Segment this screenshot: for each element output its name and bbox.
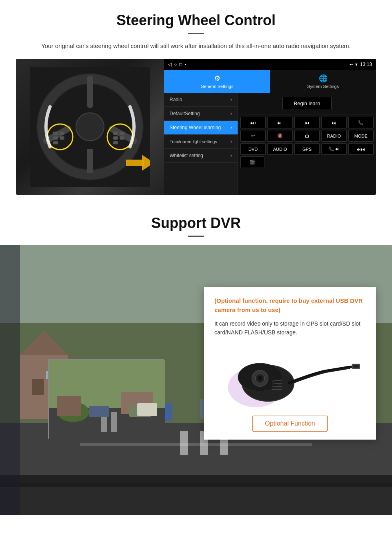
control-grid: ⏮+ ⏮− ⏮ ⏭ 📞 ↩ 🔇 ⏻ RADIO MODE: [238, 114, 376, 170]
menu-item-tricolour[interactable]: Tricoloured light settings ›: [164, 135, 238, 149]
nav-home-icon[interactable]: ○: [174, 62, 177, 67]
svg-point-56: [258, 376, 262, 381]
tab-system-label: System Settings: [307, 84, 339, 89]
steering-wheel-section: Steering Wheel Control Your original car…: [0, 0, 392, 199]
dvr-title: Support DVR: [16, 215, 376, 232]
nav-recent-icon[interactable]: □: [179, 62, 182, 67]
settings-right-panel: Begin learn ⏮+ ⏮− ⏮ ⏭ 📞: [238, 93, 376, 195]
dvr-header: Support DVR: [0, 199, 392, 245]
dvr-info-card: (Optional function, require to buy exter…: [204, 287, 376, 440]
chevron-right-icon: ›: [230, 111, 232, 116]
svg-rect-25: [80, 443, 312, 446]
gear-icon: ⚙: [214, 74, 220, 83]
svg-rect-11: [60, 132, 64, 135]
globe-icon: 🌐: [319, 74, 328, 83]
title-divider-1: [188, 33, 204, 34]
ctrl-prev-track[interactable]: ⏮: [294, 117, 320, 128]
svg-rect-15: [113, 132, 118, 135]
svg-rect-13: [60, 136, 64, 140]
svg-rect-44: [111, 412, 117, 432]
ctrl-phone-prev[interactable]: 📞⏮: [321, 143, 346, 155]
android-statusbar: ◁ ○ □ ▪ ▪▪ ▾ 13:13: [164, 59, 376, 70]
svg-rect-14: [53, 141, 58, 144]
svg-rect-38: [0, 483, 392, 515]
begin-learn-button[interactable]: Begin learn: [282, 97, 332, 110]
steering-description: Your original car's steering wheel contr…: [32, 41, 360, 51]
menu-item-steering[interactable]: Steering Wheel learning ›: [164, 121, 238, 135]
svg-rect-18: [120, 136, 124, 140]
status-time: 13:13: [360, 62, 372, 67]
svg-rect-26: [180, 431, 188, 455]
chevron-right-icon: ›: [230, 125, 232, 130]
menu-steering-label: Steering Wheel learning: [170, 125, 221, 130]
begin-learn-row: Begin learn: [238, 93, 376, 114]
tab-general-label: General Settings: [201, 84, 234, 89]
menu-default-label: DefaultSetting: [170, 111, 200, 116]
support-dvr-section: Support DVR: [0, 199, 392, 515]
dvr-card-title: (Optional function, require to buy exter…: [214, 296, 366, 314]
ctrl-audio[interactable]: AUDIO: [267, 143, 292, 155]
ctrl-row-2: ↩ 🔇 ⏻ RADIO MODE: [240, 130, 374, 142]
chevron-right-icon: ›: [230, 153, 232, 158]
nav-menu-icon[interactable]: ▪: [185, 62, 186, 67]
ctrl-row-1: ⏮+ ⏮− ⏮ ⏭ 📞: [240, 117, 374, 128]
nav-back-icon[interactable]: ◁: [168, 62, 172, 67]
ctrl-back[interactable]: ↩: [240, 130, 266, 142]
menu-whitelist-label: Whitelist setting: [170, 153, 203, 158]
android-ui: ◁ ○ □ ▪ ▪▪ ▾ 13:13 ⚙ General Settings 🌐 …: [164, 59, 376, 195]
tab-system-settings[interactable]: 🌐 System Settings: [270, 70, 376, 93]
ctrl-next-end[interactable]: ⏭⏭: [348, 143, 374, 155]
svg-rect-46: [57, 396, 81, 416]
svg-rect-12: [53, 136, 58, 140]
dvr-screenshot-preview: [48, 359, 164, 439]
title-divider-2: [188, 236, 204, 237]
ctrl-next-track[interactable]: ⏭: [321, 117, 346, 128]
menu-item-radio[interactable]: Radio ›: [164, 93, 238, 107]
ctrl-phone[interactable]: 📞: [348, 117, 374, 128]
menu-item-default[interactable]: DefaultSetting ›: [164, 107, 238, 121]
wifi-icon: ▾: [355, 62, 358, 67]
ctrl-dvd[interactable]: DVD: [240, 143, 266, 155]
dvr-camera-image: [214, 345, 366, 409]
ctrl-vol-down[interactable]: ⏮−: [267, 117, 292, 128]
ctrl-gps[interactable]: GPS: [294, 143, 320, 155]
ctrl-radio[interactable]: RADIO: [321, 130, 346, 142]
ctrl-mode[interactable]: MODE: [348, 130, 374, 142]
ctrl-record[interactable]: 🎬: [240, 156, 264, 168]
settings-content: Radio › DefaultSetting › Steering Wheel …: [164, 93, 376, 195]
settings-menu: Radio › DefaultSetting › Steering Wheel …: [164, 93, 238, 195]
ctrl-row-4: 🎬: [240, 156, 374, 168]
svg-point-7: [76, 113, 104, 141]
svg-rect-19: [113, 141, 118, 144]
svg-rect-10: [53, 132, 58, 135]
svg-rect-62: [353, 365, 359, 368]
steering-photo: [16, 59, 164, 195]
svg-line-59: [272, 386, 282, 387]
svg-rect-31: [32, 379, 44, 395]
ctrl-row-3: DVD AUDIO GPS 📞⏮ ⏭⏭: [240, 143, 374, 155]
svg-rect-16: [120, 132, 124, 135]
chevron-right-icon: ›: [230, 97, 232, 102]
settings-tabs: ⚙ General Settings 🌐 System Settings: [164, 70, 376, 93]
ctrl-vol-up[interactable]: ⏮+: [240, 117, 266, 128]
svg-rect-48: [89, 406, 109, 417]
steering-wheel-svg: [30, 67, 150, 187]
svg-rect-17: [113, 136, 118, 140]
svg-rect-40: [0, 243, 20, 515]
ctrl-mute[interactable]: 🔇: [267, 130, 292, 142]
menu-tricolour-label: Tricoloured light settings: [170, 139, 217, 144]
optional-function-button[interactable]: Optional Function: [252, 416, 327, 432]
ctrl-power[interactable]: ⏻: [294, 130, 320, 142]
steering-title: Steering Wheel Control: [16, 12, 376, 29]
menu-item-whitelist[interactable]: Whitelist setting ›: [164, 149, 238, 163]
steering-composite: ◁ ○ □ ▪ ▪▪ ▾ 13:13 ⚙ General Settings 🌐 …: [16, 59, 376, 195]
dvr-card-description: It can record video only to storage in G…: [214, 319, 366, 337]
menu-radio-label: Radio: [170, 97, 182, 102]
dvr-camera-svg: [220, 347, 360, 407]
svg-rect-39: [0, 475, 392, 487]
tab-general-settings[interactable]: ⚙ General Settings: [164, 70, 270, 93]
chevron-right-icon: ›: [230, 139, 232, 144]
battery-icon: ▪▪: [349, 62, 353, 67]
svg-rect-50: [137, 403, 157, 416]
svg-rect-21: [126, 160, 144, 166]
